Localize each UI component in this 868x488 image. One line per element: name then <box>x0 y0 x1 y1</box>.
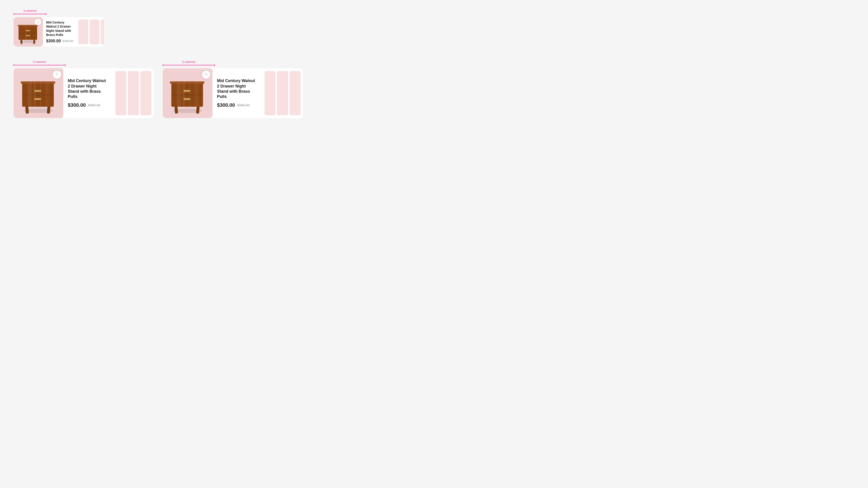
svg-rect-7 <box>20 40 23 44</box>
svg-rect-23 <box>45 83 49 107</box>
svg-rect-30 <box>170 82 204 84</box>
product-card-2: ♡ Mid Century Walnut 2 Drawer Night Stan… <box>13 68 154 118</box>
svg-rect-17 <box>21 82 55 84</box>
product-title-3: Mid Century Walnut 2 Drawer Night Stand … <box>217 78 258 99</box>
skeleton-col-3b <box>277 71 288 115</box>
svg-rect-32 <box>196 106 199 114</box>
annotation-label-1: 3 columns <box>13 9 46 12</box>
svg-rect-33 <box>183 83 185 107</box>
svg-rect-6 <box>18 25 38 26</box>
skeleton-col-1a <box>78 20 88 44</box>
skeleton-cols-3 <box>262 68 303 118</box>
svg-rect-34 <box>189 83 191 107</box>
favorite-button-1[interactable]: ♡ <box>35 19 41 25</box>
product-card-1: ♡ Mid Century Walnut 2 Drawer Night Stan… <box>13 17 104 47</box>
col-section-2: 3 columns <box>13 60 154 118</box>
product-price-row-1: $300.00 $350.00 <box>46 39 73 43</box>
price-original-2: $350.00 <box>88 103 100 107</box>
annotation-bracket-2 <box>13 64 66 66</box>
svg-rect-21 <box>40 83 41 107</box>
product-info-3: Mid Century Walnut 2 Drawer Night Stand … <box>213 68 262 118</box>
skeleton-cols-1 <box>76 17 104 47</box>
heart-icon-2: ♡ <box>55 72 59 77</box>
skeleton-col-1c <box>101 20 104 44</box>
annotation-3: 3 columns <box>163 60 215 66</box>
svg-rect-18 <box>25 106 29 114</box>
svg-rect-9 <box>25 26 27 40</box>
product-image-wrap-3: ♡ <box>163 68 213 118</box>
col-section-3: 3 columns <box>163 60 303 118</box>
price-original-1: $350.00 <box>63 39 73 43</box>
skeleton-col-2a <box>115 71 126 115</box>
annotation-1: 3 columns <box>13 9 46 15</box>
product-image-wrap-2: ♡ <box>13 68 63 118</box>
annotation-label-2: 3 columns <box>13 60 66 64</box>
svg-rect-8 <box>33 40 35 44</box>
skeleton-cols-2 <box>113 68 154 118</box>
svg-rect-22 <box>28 83 32 107</box>
skeleton-col-3c <box>289 71 301 115</box>
svg-rect-31 <box>175 106 178 114</box>
product-info-1: Mid Century Walnut 2 Drawer Night Stand … <box>43 17 76 47</box>
skeleton-col-3a <box>265 71 276 115</box>
svg-rect-19 <box>47 106 51 114</box>
price-current-1: $300.00 <box>46 39 61 43</box>
product-image-wrap-1: ♡ <box>13 17 43 47</box>
svg-rect-36 <box>194 83 198 107</box>
product-info-2: Mid Century Walnut 2 Drawer Night Stand … <box>63 68 113 118</box>
product-title-2: Mid Century Walnut 2 Drawer Night Stand … <box>68 78 108 99</box>
price-current-2: $300.00 <box>68 102 86 108</box>
product-title-1: Mid Century Walnut 2 Drawer Night Stand … <box>46 20 73 37</box>
annotation-label-3: 3 columns <box>163 60 215 64</box>
section-1: 3 columns <box>13 9 855 47</box>
favorite-button-2[interactable]: ♡ <box>53 70 61 79</box>
price-current-3: $300.00 <box>217 102 235 108</box>
svg-rect-10 <box>29 26 30 40</box>
product-card-3: ♡ Mid Century Walnut 2 Drawer Night Stan… <box>163 68 303 118</box>
annotation-bracket-3 <box>163 64 215 66</box>
annotation-2: 3 columns <box>13 60 66 66</box>
favorite-button-3[interactable]: ♡ <box>202 70 210 79</box>
svg-rect-2 <box>19 26 37 40</box>
annotation-bracket-1 <box>13 13 46 15</box>
heart-icon-1: ♡ <box>37 21 39 24</box>
skeleton-col-1b <box>90 20 100 44</box>
svg-rect-35 <box>177 83 181 107</box>
product-price-row-3: $300.00 $350.00 <box>217 102 258 108</box>
skeleton-col-2b <box>128 71 139 115</box>
svg-rect-20 <box>33 83 36 107</box>
price-original-3: $350.00 <box>237 103 250 107</box>
skeleton-col-2c <box>141 71 151 115</box>
product-price-row-2: $300.00 $350.00 <box>68 102 108 108</box>
section-2: 3 columns <box>13 60 855 118</box>
heart-icon-3: ♡ <box>204 72 208 77</box>
